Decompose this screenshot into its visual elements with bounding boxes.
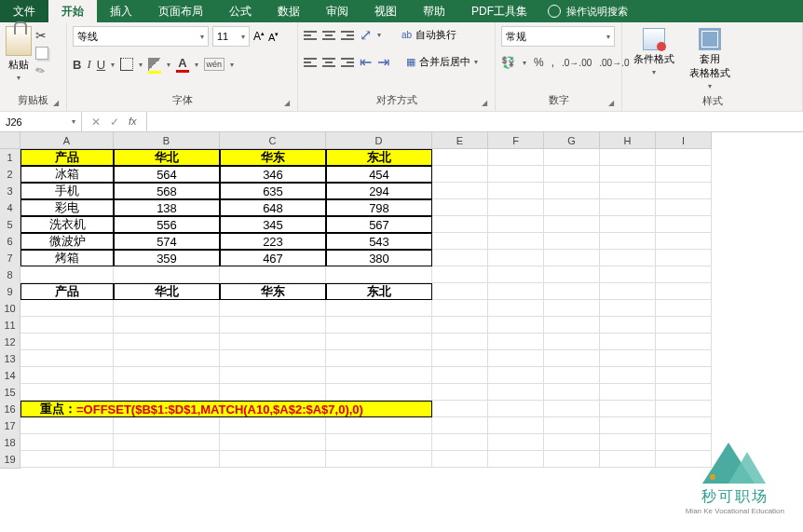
- cell[interactable]: [600, 417, 656, 434]
- formula-cell[interactable]: 重点：=OFFSET($B$1:$D$1,MATCH(A10,$A$2:$A$7…: [20, 401, 432, 417]
- cell[interactable]: [488, 250, 544, 266]
- format-as-table-button[interactable]: 套用 表格格式▾: [684, 26, 736, 92]
- cell[interactable]: [488, 434, 544, 451]
- column-header[interactable]: B: [114, 132, 220, 149]
- cell[interactable]: [600, 350, 656, 367]
- dialog-launcher-icon[interactable]: ◢: [608, 99, 614, 107]
- align-bottom-button[interactable]: [341, 31, 354, 40]
- cell[interactable]: [114, 384, 220, 401]
- cell[interactable]: [544, 401, 600, 417]
- align-left-button[interactable]: [304, 58, 317, 67]
- cell[interactable]: [544, 300, 600, 317]
- cell[interactable]: [656, 266, 712, 283]
- cell[interactable]: [544, 266, 600, 283]
- cell[interactable]: [114, 317, 220, 334]
- enter-icon[interactable]: ✓: [110, 116, 119, 129]
- cell[interactable]: [544, 199, 600, 216]
- cell[interactable]: [326, 367, 432, 384]
- number-format-select[interactable]: 常规▾: [501, 26, 615, 47]
- cell[interactable]: [432, 216, 488, 233]
- tab-review[interactable]: 审阅: [313, 0, 361, 22]
- cell[interactable]: [600, 266, 656, 283]
- cell[interactable]: 138: [114, 199, 220, 216]
- tab-view[interactable]: 视图: [361, 0, 410, 22]
- tab-layout[interactable]: 页面布局: [145, 0, 216, 22]
- column-header[interactable]: C: [220, 132, 326, 149]
- cell[interactable]: 359: [114, 250, 220, 266]
- merge-center-button[interactable]: ▦合并后居中▾: [406, 55, 478, 69]
- tab-file[interactable]: 文件: [0, 0, 48, 22]
- orientation-button[interactable]: ⤢: [360, 26, 372, 44]
- align-center-button[interactable]: [322, 58, 335, 67]
- tab-formula[interactable]: 公式: [216, 0, 265, 22]
- formula-input[interactable]: [146, 112, 803, 131]
- cell[interactable]: [432, 166, 488, 183]
- cell[interactable]: [544, 216, 600, 233]
- cell[interactable]: [600, 216, 656, 233]
- dialog-launcher-icon[interactable]: ◢: [53, 99, 59, 107]
- cell[interactable]: [544, 250, 600, 266]
- cell[interactable]: [326, 334, 432, 350]
- align-right-button[interactable]: [341, 58, 354, 67]
- cell[interactable]: [20, 434, 114, 451]
- cell[interactable]: 华北: [114, 283, 220, 300]
- cell[interactable]: 556: [114, 216, 220, 233]
- row-header[interactable]: 16: [0, 401, 20, 418]
- cell[interactable]: [326, 317, 432, 334]
- cell[interactable]: [114, 434, 220, 451]
- cell[interactable]: [20, 417, 114, 434]
- cell[interactable]: [326, 417, 432, 434]
- cell[interactable]: [656, 283, 712, 300]
- cell[interactable]: [656, 401, 712, 417]
- cell[interactable]: [114, 266, 220, 283]
- cell[interactable]: 烤箱: [20, 250, 114, 266]
- cell[interactable]: [488, 300, 544, 317]
- percent-button[interactable]: %: [534, 56, 544, 69]
- row-header[interactable]: 19: [0, 451, 20, 469]
- cell[interactable]: [432, 401, 488, 417]
- row-header[interactable]: 8: [0, 266, 20, 284]
- cell[interactable]: [432, 417, 488, 434]
- cell[interactable]: [220, 266, 326, 283]
- cell[interactable]: [20, 451, 114, 468]
- cell[interactable]: [432, 250, 488, 266]
- row-header[interactable]: 12: [0, 334, 20, 351]
- row-header[interactable]: 11: [0, 317, 20, 334]
- align-middle-button[interactable]: [322, 31, 335, 40]
- dialog-launcher-icon[interactable]: ◢: [482, 99, 487, 107]
- cell[interactable]: [656, 216, 712, 233]
- cell[interactable]: [656, 250, 712, 266]
- tab-home[interactable]: 开始: [48, 0, 97, 22]
- cell[interactable]: 543: [326, 233, 432, 250]
- row-header[interactable]: 7: [0, 250, 20, 267]
- row-header[interactable]: 15: [0, 384, 20, 402]
- font-size-select[interactable]: 11▾: [212, 26, 250, 47]
- cell[interactable]: [544, 451, 600, 468]
- fx-icon[interactable]: fx: [129, 116, 137, 129]
- cell[interactable]: [656, 334, 712, 350]
- italic-button[interactable]: I: [87, 57, 90, 72]
- cell[interactable]: 454: [326, 166, 432, 183]
- increase-decimal-button[interactable]: .0→.00: [562, 58, 592, 68]
- column-header[interactable]: H: [600, 132, 656, 149]
- cell[interactable]: 568: [114, 183, 220, 199]
- cell[interactable]: [656, 166, 712, 183]
- decrease-font-button[interactable]: A▾: [268, 31, 279, 43]
- cell[interactable]: [432, 233, 488, 250]
- cell[interactable]: 华北: [114, 149, 220, 166]
- row-header[interactable]: 17: [0, 417, 20, 435]
- cell[interactable]: [488, 417, 544, 434]
- cell[interactable]: [220, 417, 326, 434]
- cell[interactable]: [432, 350, 488, 367]
- borders-button[interactable]: [120, 58, 133, 71]
- cell[interactable]: [20, 350, 114, 367]
- cell[interactable]: 567: [326, 216, 432, 233]
- cell[interactable]: [488, 451, 544, 468]
- column-header[interactable]: D: [326, 132, 432, 149]
- cell[interactable]: [600, 283, 656, 300]
- cell[interactable]: [656, 149, 712, 166]
- cell[interactable]: 微波炉: [20, 233, 114, 250]
- cell[interactable]: [544, 233, 600, 250]
- cell[interactable]: [488, 401, 544, 417]
- cell[interactable]: 574: [114, 233, 220, 250]
